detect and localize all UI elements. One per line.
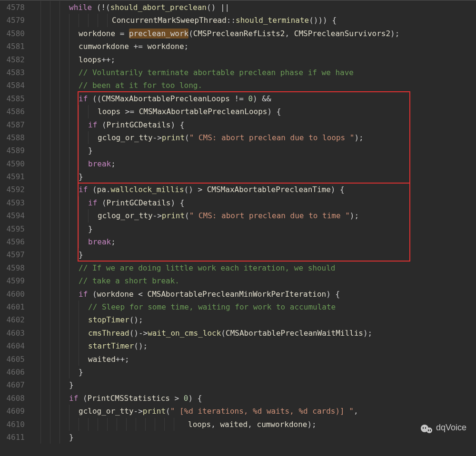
code-content[interactable]: // take a short break.	[29, 274, 179, 287]
code-content[interactable]: // Sleep for some time, waiting for work…	[29, 301, 336, 313]
code-line[interactable]: 4593if (PrintGCDetails) {	[0, 196, 476, 209]
code-content[interactable]: loops >= CMSMaxAbortablePrecleanLoops) {	[29, 105, 281, 118]
code-line[interactable]: 4587if (PrintGCDetails) {	[0, 118, 476, 131]
token-op: ) {	[267, 107, 281, 116]
line-number: 4581	[0, 40, 29, 53]
token-id: workdone	[148, 42, 184, 51]
code-line[interactable]: 4609gclog_or_tty->print(" [%d iterations…	[0, 405, 476, 417]
token-id: waited	[88, 355, 116, 364]
code-line[interactable]: 4607}	[0, 378, 476, 391]
token-cm: // Sleep for some time, waiting for work…	[88, 302, 336, 311]
code-line[interactable]: 4583// Voluntarily terminate abortable p…	[0, 66, 476, 79]
code-editor[interactable]: 4578while (!(should_abort_preclean() ||4…	[0, 0, 476, 444]
token-op: );	[354, 133, 363, 142]
code-line[interactable]: 4605waited++;	[0, 353, 476, 366]
token-op: }	[79, 172, 83, 181]
code-content[interactable]: if (PrintCMSStatistics > 0) {	[29, 392, 202, 405]
token-id: CMSMaxAbortablePrecleanLoops	[139, 107, 268, 116]
token-cm: // been at it for too long.	[79, 81, 202, 90]
token-op: ) {	[170, 198, 184, 207]
code-line[interactable]: 4586loops >= CMSMaxAbortablePrecleanLoop…	[0, 105, 476, 118]
code-line[interactable]: 4588gclog_or_tty->print(" CMS: abort pre…	[0, 131, 476, 144]
code-content[interactable]: stopTimer();	[29, 313, 143, 326]
code-line[interactable]: 4584// been at it for too long.	[0, 79, 476, 92]
token-id: loops	[98, 107, 120, 116]
code-line[interactable]: 4581cumworkdone += workdone;	[0, 40, 476, 53]
code-content[interactable]: cumworkdone += workdone;	[29, 40, 188, 53]
code-line[interactable]: 4611}	[0, 431, 476, 444]
token-op: =	[115, 29, 129, 38]
code-line[interactable]: 4606}	[0, 366, 476, 378]
code-content[interactable]: gclog_or_tty->print(" CMS: abort preclea…	[29, 209, 359, 222]
line-number: 4589	[0, 144, 29, 157]
code-line[interactable]: 4598// If we are doing little work each …	[0, 262, 476, 274]
code-content[interactable]: if (pa.wallclock_millis() > CMSMaxAborta…	[29, 183, 345, 196]
code-line[interactable]: 4594gclog_or_tty->print(" CMS: abort pre…	[0, 209, 476, 222]
code-content[interactable]: break;	[29, 235, 116, 248]
token-id: loops	[188, 420, 211, 429]
code-content[interactable]: }	[29, 170, 83, 183]
code-line[interactable]: 4600if (workdone < CMSAbortablePrecleanM…	[0, 288, 476, 301]
code-content[interactable]: // Voluntarily terminate abortable precl…	[29, 66, 354, 79]
code-line[interactable]: 4590break;	[0, 157, 476, 170]
code-line[interactable]: 4603cmsThread()->wait_on_cms_lock(CMSAbo…	[0, 327, 476, 340]
token-op: }	[79, 250, 83, 259]
code-line[interactable]: 4579ConcurrentMarkSweepThread::should_te…	[0, 14, 476, 27]
code-line[interactable]: 4582loops++;	[0, 53, 476, 66]
code-content[interactable]: if ((CMSMaxAbortablePrecleanLoops != 0) …	[29, 92, 271, 105]
code-line[interactable]: 4597}	[0, 248, 476, 261]
code-content[interactable]: }	[29, 144, 93, 157]
code-content[interactable]: loops, waited, cumworkdone);	[29, 418, 317, 431]
line-number: 4585	[0, 92, 29, 105]
token-op: ->	[134, 407, 143, 416]
code-line[interactable]: 4585if ((CMSMaxAbortablePrecleanLoops !=…	[0, 92, 476, 105]
code-line[interactable]: 4604startTimer();	[0, 340, 476, 352]
token-st: " CMS: abort preclean due to loops "	[189, 133, 355, 142]
code-line[interactable]: 4610loops, waited, cumworkdone);	[0, 418, 476, 431]
code-content[interactable]: break;	[29, 157, 116, 170]
code-content[interactable]: }	[29, 431, 74, 444]
code-content[interactable]: }	[29, 366, 83, 378]
token-kw: if	[88, 198, 97, 207]
line-number: 4586	[0, 105, 29, 118]
code-line[interactable]: 4608if (PrintCMSStatistics > 0) {	[0, 392, 476, 405]
code-line[interactable]: 4601// Sleep for some time, waiting for …	[0, 301, 476, 313]
token-id: loops	[79, 55, 101, 64]
line-number: 4609	[0, 405, 29, 417]
code-content[interactable]: while (!(should_abort_preclean() ||	[29, 1, 229, 14]
code-line[interactable]: 4578while (!(should_abort_preclean() ||	[0, 1, 476, 14]
code-content[interactable]: gclog_or_tty->print(" [%d iterations, %d…	[29, 405, 358, 417]
line-number: 4597	[0, 248, 29, 261]
code-content[interactable]: ConcurrentMarkSweepThread::should_termin…	[29, 14, 337, 27]
line-number: 4608	[0, 392, 29, 405]
code-content[interactable]: if (PrintGCDetails) {	[29, 196, 184, 209]
code-content[interactable]: startTimer();	[29, 340, 148, 352]
token-op: (	[97, 198, 106, 207]
code-content[interactable]: }	[29, 223, 93, 235]
code-content[interactable]: loops++;	[29, 53, 115, 66]
code-content[interactable]: if (PrintGCDetails) {	[29, 118, 184, 131]
line-number: 4583	[0, 66, 29, 79]
token-op: (!(	[92, 3, 110, 12]
code-content[interactable]: waited++;	[29, 353, 129, 366]
code-line[interactable]: 4599// take a short break.	[0, 274, 476, 287]
code-line[interactable]: 4596break;	[0, 235, 476, 248]
code-line[interactable]: 4602stopTimer();	[0, 313, 476, 326]
code-content[interactable]: cmsThread()->wait_on_cms_lock(CMSAbortab…	[29, 327, 372, 340]
code-content[interactable]: // been at it for too long.	[29, 79, 202, 92]
code-line[interactable]: 4592if (pa.wallclock_millis() > CMSMaxAb…	[0, 183, 476, 196]
token-op: ((	[88, 94, 101, 103]
code-content[interactable]: // If we are doing little work each iter…	[29, 262, 335, 274]
code-line[interactable]: 4589}	[0, 144, 476, 157]
token-fn: print	[162, 211, 185, 220]
token-op: ();	[129, 315, 143, 324]
code-content[interactable]: workdone = preclean_work(CMSPrecleanRefL…	[29, 27, 399, 40]
code-content[interactable]: if (workdone < CMSAbortablePrecleanMinWo…	[29, 288, 340, 301]
code-line[interactable]: 4580workdone = preclean_work(CMSPreclean…	[0, 27, 476, 40]
code-line[interactable]: 4595}	[0, 223, 476, 235]
code-content[interactable]: }	[29, 378, 74, 391]
token-id: pa	[97, 185, 106, 194]
code-content[interactable]: }	[29, 248, 83, 261]
code-line[interactable]: 4591}	[0, 170, 476, 183]
code-content[interactable]: gclog_or_tty->print(" CMS: abort preclea…	[29, 131, 364, 144]
